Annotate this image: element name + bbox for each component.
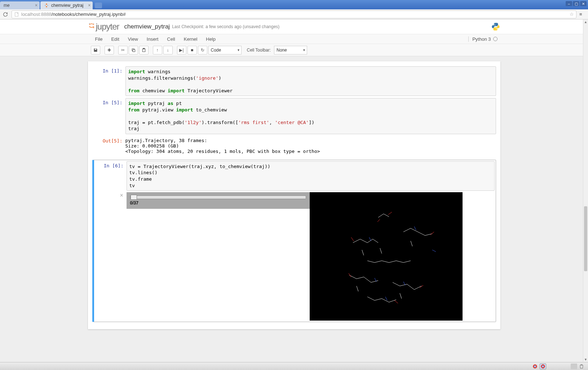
os-taskbar (0, 362, 588, 370)
output-text: pytraj.Trajectory, 38 frames: Size: 0.00… (125, 136, 496, 158)
code-cell[interactable]: In [1]: import warnings warnings.filterw… (92, 66, 496, 96)
svg-line-58 (385, 297, 387, 300)
insert-cell-button[interactable]: ✚ (105, 46, 114, 54)
move-down-button[interactable]: ↓ (163, 46, 173, 54)
svg-line-59 (432, 250, 436, 252)
close-icon[interactable]: × (88, 3, 90, 8)
svg-line-34 (393, 282, 400, 286)
cell-type-select[interactable]: Code (208, 46, 242, 54)
menu-file[interactable]: File (91, 35, 107, 43)
svg-line-20 (403, 228, 411, 232)
scrollbar-thumb[interactable] (584, 206, 587, 271)
notebook-area[interactable]: In [1]: import warnings warnings.filterw… (0, 56, 588, 362)
scroll-down-icon[interactable]: ▼ (583, 357, 588, 362)
menu-cell[interactable]: Cell (163, 35, 179, 43)
svg-line-39 (375, 299, 382, 300)
restart-button[interactable]: ↻ (198, 46, 207, 54)
browser-titlebar: me × chemview_pytraj × – ▢ ✕ (0, 0, 588, 9)
jupyter-toolbar: ✚ ✂ ↑ ↓ ▶| ■ ↻ Code Cell Toolbar: None (0, 44, 588, 56)
svg-line-48 (351, 237, 354, 241)
cut-button[interactable]: ✂ (118, 46, 128, 54)
code-input[interactable]: import pytraj as pt from pytraj.view imp… (125, 98, 496, 134)
input-prompt: In [1]: (92, 66, 125, 96)
menu-insert[interactable]: Insert (142, 35, 163, 43)
menu-view[interactable]: View (124, 35, 142, 43)
svg-rect-4 (15, 12, 18, 16)
svg-line-25 (375, 261, 382, 263)
code-input[interactable]: tv = TrajectoryViewer(traj.xyz, to_chemv… (127, 161, 495, 191)
run-button[interactable]: ▶| (177, 46, 186, 54)
svg-line-50 (349, 273, 351, 277)
url-host: localhost:8888 (21, 12, 52, 17)
notebook-name[interactable]: chemview_pytraj (124, 23, 170, 30)
cell-toolbar-label: Cell Toolbar: (247, 48, 271, 53)
code-cell[interactable]: In [5]: import pytraj as pt from pytraj.… (92, 98, 496, 134)
menu-kernel[interactable]: Kernel (180, 35, 202, 43)
svg-point-62 (534, 366, 536, 367)
cell-toolbar-select[interactable]: None (274, 46, 307, 54)
svg-line-22 (418, 232, 425, 235)
page-scrollbar[interactable]: ▲ ▼ (583, 19, 588, 362)
close-widget-icon[interactable]: × (120, 192, 123, 199)
window-close-button[interactable]: ✕ (580, 1, 587, 6)
molecule-viewer[interactable] (310, 192, 463, 321)
kernel-indicator: Python 3 (468, 36, 497, 42)
browser-address-bar: localhost:8888/notebooks/chemview_pytraj… (0, 9, 588, 19)
svg-point-9 (496, 29, 497, 30)
svg-line-15 (384, 214, 389, 217)
svg-line-49 (430, 232, 434, 235)
tab-title: chemview_pytraj (51, 3, 83, 8)
svg-line-27 (389, 261, 396, 263)
save-button[interactable] (91, 46, 100, 54)
code-input[interactable]: import warnings warnings.filterwarnings(… (125, 66, 496, 96)
frame-slider[interactable] (130, 195, 306, 199)
minimize-button[interactable]: – (566, 1, 572, 6)
reload-button[interactable] (2, 11, 9, 18)
svg-line-55 (414, 226, 416, 230)
move-up-button[interactable]: ↑ (153, 46, 162, 54)
input-prompt: In [6]: (95, 161, 127, 321)
svg-line-37 (414, 286, 421, 290)
svg-rect-13 (143, 48, 144, 49)
output-cell: Out[5]: pytraj.Trajectory, 38 frames: Si… (92, 136, 496, 158)
svg-line-43 (380, 248, 382, 254)
tab-title: me (4, 3, 10, 8)
browser-tab-inactive[interactable]: me × (0, 1, 40, 9)
input-prompt: In [5]: (92, 98, 125, 134)
jupyter-favicon (44, 3, 49, 8)
slider-thumb[interactable] (131, 195, 137, 200)
chrome-taskbar-icon[interactable] (532, 364, 538, 369)
frame-slider-panel: 0/37 (127, 192, 310, 209)
svg-line-40 (382, 299, 389, 302)
svg-line-45 (357, 286, 358, 291)
menu-help[interactable]: Help (202, 35, 220, 43)
scroll-up-icon[interactable]: ▲ (583, 19, 588, 25)
bookmark-star-icon[interactable]: ☆ (570, 12, 574, 17)
tray-icon[interactable] (571, 364, 577, 369)
browser-tabs: me × chemview_pytraj × (0, 0, 102, 9)
trash-icon[interactable] (579, 364, 585, 369)
svg-point-3 (47, 5, 48, 6)
jupyter-logo[interactable]: jupyter (88, 22, 119, 32)
menu-edit[interactable]: Edit (107, 35, 123, 43)
interrupt-button[interactable]: ■ (187, 46, 197, 54)
maximize-button[interactable]: ▢ (573, 1, 579, 6)
svg-line-23 (425, 234, 432, 235)
new-tab-button[interactable] (95, 3, 102, 8)
close-icon[interactable]: × (35, 3, 37, 8)
url-input[interactable]: localhost:8888/notebooks/chemview_pytraj… (12, 10, 576, 18)
paste-button[interactable] (139, 46, 149, 54)
svg-line-14 (378, 214, 384, 217)
browser-menu-button[interactable]: ≡ (579, 12, 586, 17)
copy-button[interactable] (129, 46, 138, 54)
svg-line-32 (364, 277, 371, 282)
browser-tab-active[interactable]: chemview_pytraj × (40, 1, 93, 9)
svg-point-6 (93, 27, 94, 28)
svg-line-21 (411, 228, 418, 232)
svg-point-5 (89, 23, 90, 24)
kernel-status-icon[interactable] (493, 37, 498, 41)
svg-line-31 (357, 277, 364, 279)
svg-point-1 (46, 6, 47, 8)
code-cell-selected[interactable]: In [6]: tv = TrajectoryViewer(traj.xyz, … (92, 160, 496, 322)
chrome-taskbar-icon-active[interactable] (540, 364, 546, 369)
